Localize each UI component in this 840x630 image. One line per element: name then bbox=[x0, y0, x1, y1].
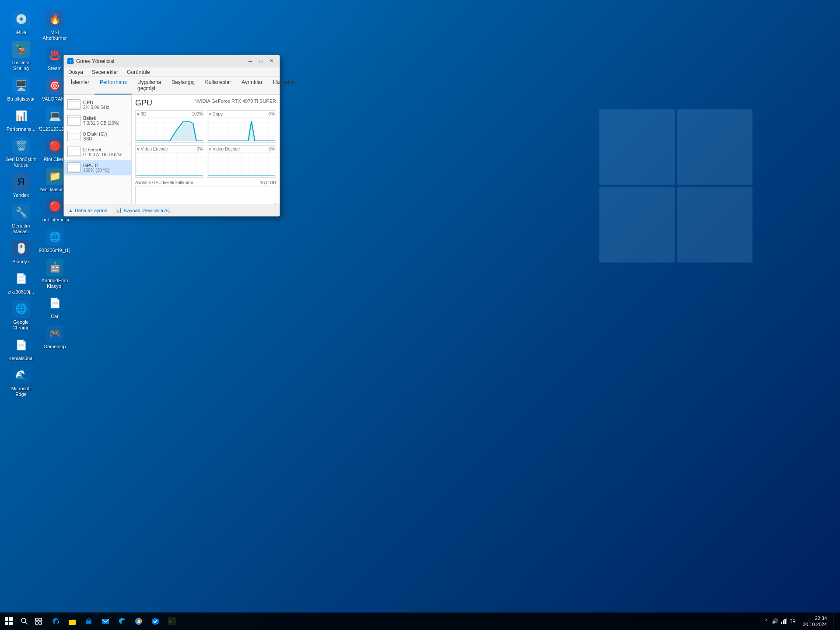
taskbar-search-button[interactable] bbox=[18, 612, 32, 630]
process-item-gpu-0[interactable]: GPU 0100% (30 °C) bbox=[64, 160, 131, 175]
process-info: GPU 0100% (30 °C) bbox=[83, 163, 128, 173]
svg-rect-12 bbox=[208, 152, 275, 176]
desktop-icon-900206r9[interactable]: 🌐 900206r49_(1) bbox=[37, 227, 72, 255]
minimize-button[interactable]: ─ bbox=[245, 57, 255, 65]
tab-uygulama-geçmişi[interactable]: Uygulama geçmişi bbox=[132, 77, 166, 94]
label-vencode: ∨ Video Encode bbox=[136, 147, 168, 151]
show-desktop-button[interactable] bbox=[833, 612, 836, 630]
desktop-icon-geri-donusum[interactable]: 🗑️ Geri Dönüşüm Kutusu bbox=[4, 136, 38, 170]
tray-volume-icon[interactable]: 🔊 bbox=[771, 617, 779, 625]
taskbar-app-antivirus[interactable] bbox=[147, 613, 164, 630]
desktop-icon-lossless[interactable]: 🦆 Lossless Scaling bbox=[4, 39, 38, 73]
process-list: CPU2% 5,06 GHz Bellek7,3/31,6 GB (23%) 0… bbox=[64, 95, 132, 204]
svg-rect-20 bbox=[9, 622, 13, 625]
process-graph-GPU 0 bbox=[67, 162, 80, 173]
svg-rect-24 bbox=[39, 618, 42, 621]
titlebar: T Görev Yöneticisi ─ □ ✕ bbox=[64, 55, 280, 67]
dedicated-mem-section: Ayrılmış GPU bellek kullanımı 16,0 GB bbox=[135, 180, 276, 204]
menu-dosya[interactable]: Dosya bbox=[66, 68, 85, 76]
graph-canvas-vdecode bbox=[208, 152, 275, 176]
maximize-button[interactable]: □ bbox=[256, 57, 266, 65]
tray-expand-icon[interactable]: ^ bbox=[763, 617, 770, 625]
tray-language-icon[interactable]: TR bbox=[789, 617, 797, 625]
desktop-icon-google-chrome[interactable]: 🌐 Google Chrome bbox=[4, 298, 38, 332]
desktop-icon-car[interactable]: 📄 Car bbox=[37, 293, 72, 321]
graph-canvas-vencode bbox=[136, 152, 203, 176]
process-graph-Ethernet bbox=[67, 147, 80, 157]
svg-rect-35 bbox=[783, 620, 784, 624]
desktop-icon-bu-bilgisayar[interactable]: 🖥️ Bu bilgisayar bbox=[4, 75, 38, 104]
tab-performans[interactable]: Performans bbox=[94, 77, 132, 94]
desktop-icon-performance[interactable]: 📊 Performans... bbox=[4, 105, 38, 134]
tab-başlangıç[interactable]: Başlangıç bbox=[166, 77, 200, 94]
less-detail-btn[interactable]: ▲ Daha az ayrıntı bbox=[68, 208, 107, 213]
taskbar-app-mail[interactable] bbox=[97, 613, 114, 630]
system-clock[interactable]: 22:34 30.10.2024 bbox=[799, 615, 830, 628]
task-view-button[interactable] bbox=[32, 612, 46, 630]
clock-time: 22:34 bbox=[803, 615, 827, 621]
tab-i̇şlemler[interactable]: İşlemler bbox=[66, 77, 94, 94]
gpu-subtitle: NVIDIA GeForce RTX 4070 Ti SUPER bbox=[194, 98, 276, 104]
process-item-cpu[interactable]: CPU2% 5,06 GHz bbox=[64, 97, 131, 112]
taskbar-app-chrome[interactable] bbox=[130, 613, 147, 630]
process-graph-0 Diski (C:) bbox=[67, 131, 80, 141]
process-graph-Bellek bbox=[67, 115, 80, 126]
graph-canvas-copy bbox=[208, 117, 275, 141]
task-manager-window: T Görev Yöneticisi ─ □ ✕ Dosya Seçenekle… bbox=[63, 55, 280, 217]
svg-rect-10 bbox=[136, 152, 203, 176]
label-3d: ∨ 3D bbox=[136, 112, 147, 116]
gpu-graph-copy-label: ∨ Copy 0% bbox=[208, 112, 275, 116]
svg-line-22 bbox=[25, 622, 28, 624]
svg-rect-4 bbox=[68, 165, 80, 171]
svg-rect-3 bbox=[68, 149, 80, 155]
desktop-icon-microsoft-edge[interactable]: 🌊 Microsoft Edge bbox=[4, 365, 38, 399]
gpu-graph-3d-label: ∨ 3D 100% bbox=[136, 112, 203, 116]
process-item-0-diski-(c:)[interactable]: 0 Diski (C:)SSD bbox=[64, 128, 131, 144]
svg-rect-25 bbox=[35, 622, 38, 624]
taskbar: >_ ^ 🔊 TR 22:34 30.10.2024 bbox=[0, 612, 840, 630]
menu-goruntule[interactable]: Görüntüle bbox=[125, 68, 152, 76]
close-button[interactable]: ✕ bbox=[266, 57, 276, 65]
clock-date: 30.10.2024 bbox=[803, 621, 827, 627]
resource-monitor-icon: 📊 bbox=[116, 207, 122, 213]
tab-ayrıntılar[interactable]: Ayrıntılar bbox=[236, 77, 268, 94]
gpu-graph-vencode: ∨ Video Encode 0% bbox=[135, 145, 204, 178]
svg-rect-18 bbox=[9, 617, 13, 621]
desktop-icon-yandex[interactable]: Я Yandex bbox=[4, 172, 38, 200]
svg-rect-28 bbox=[86, 620, 91, 624]
process-info: EthernetG: 8,0 A: 16,0 Kb/sn bbox=[83, 147, 128, 157]
desktop-icon-zt-rtx[interactable]: 📄 zt-z30810j... bbox=[4, 268, 38, 297]
desktop-icon-gameloop[interactable]: 🎮 Gameloop bbox=[37, 323, 72, 351]
desktop-icon-android-emu[interactable]: 🤖 AndroidEmu Klasyo! bbox=[37, 257, 72, 291]
taskbar-app-explorer[interactable] bbox=[64, 613, 80, 630]
taskbar-app-list: >_ bbox=[46, 613, 759, 630]
taskbar-app-store[interactable] bbox=[80, 613, 97, 630]
process-info: Bellek7,3/31,6 GB (23%) bbox=[83, 116, 128, 126]
taskbar-app-terminal[interactable]: >_ bbox=[164, 613, 180, 630]
taskbar-app-edge[interactable] bbox=[47, 613, 64, 630]
system-tray: ^ 🔊 TR bbox=[763, 617, 797, 625]
start-button[interactable] bbox=[0, 612, 18, 630]
open-resource-monitor-btn[interactable]: 📊 Kaynak İzleyicisini Aç bbox=[116, 207, 170, 213]
desktop-icon-denetim-masasi[interactable]: 🔧 Denetim Masası bbox=[4, 202, 38, 236]
tm-body: CPU2% 5,06 GHz Bellek7,3/31,6 GB (23%) 0… bbox=[64, 95, 280, 204]
menu-secenekler[interactable]: Seçenekler bbox=[90, 68, 120, 76]
desktop-icon-msi-afterburner[interactable]: 🔥 MSI Afterburner bbox=[37, 9, 72, 43]
svg-rect-14 bbox=[136, 186, 276, 204]
process-item-bellek[interactable]: Bellek7,3/31,6 GB (23%) bbox=[64, 112, 131, 128]
desktop-icon-kemalsunai[interactable]: 📄 Kemalsünai bbox=[4, 335, 38, 363]
process-info: CPU2% 5,06 GHz bbox=[83, 100, 128, 110]
tab-kullanıcılar[interactable]: Kullanıcılar bbox=[200, 77, 236, 94]
desktop-icon-irda[interactable]: 💿 iRDa bbox=[4, 9, 38, 37]
tray-network-icon[interactable] bbox=[780, 617, 788, 625]
tab-hizmetler[interactable]: Hizmetler bbox=[268, 77, 301, 94]
svg-rect-26 bbox=[39, 622, 42, 624]
label-vdecode: ∨ Video Decode bbox=[208, 147, 240, 151]
tab-bar: İşlemlerPerformansUygulama geçmişiBaşlan… bbox=[64, 77, 280, 95]
process-item-ethernet[interactable]: EthernetG: 8,0 A: 16,0 Kb/sn bbox=[64, 144, 131, 160]
svg-rect-34 bbox=[781, 622, 782, 624]
desktop-icon-bloody[interactable]: 🖱️ Bloody7 bbox=[4, 238, 38, 266]
taskbar-app-edge2[interactable] bbox=[114, 613, 130, 630]
gpu-detail-panel: GPU NVIDIA GeForce RTX 4070 Ti SUPER ∨ 3… bbox=[132, 95, 280, 204]
gpu-graph-vencode-label: ∨ Video Encode 0% bbox=[136, 147, 203, 151]
